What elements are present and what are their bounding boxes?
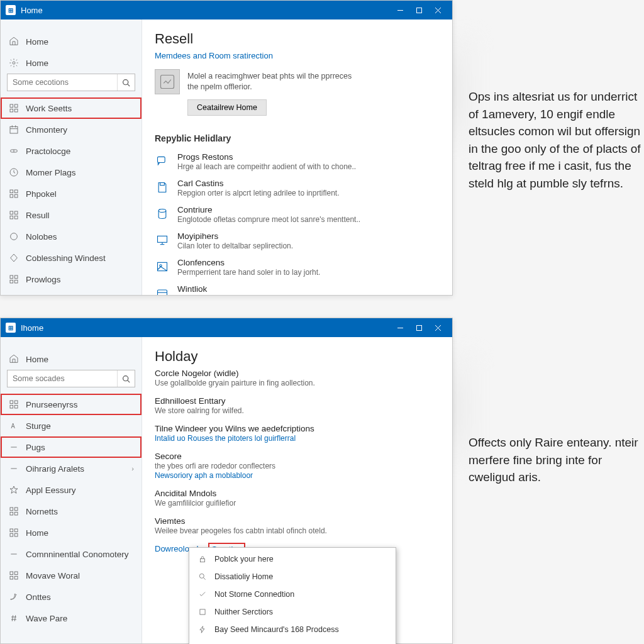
app-icon: ⊞ <box>6 5 16 15</box>
check-icon <box>197 589 208 600</box>
svg-point-34 <box>158 209 166 213</box>
context-item-bay-seed-mincaurd's-168-prodcess[interactable]: Bay Seed Mincaurd's 168 Prodcess <box>189 621 396 638</box>
search-input[interactable] <box>8 374 117 383</box>
svg-line-48 <box>128 380 130 382</box>
maximize-button[interactable] <box>409 318 428 337</box>
svg-rect-58 <box>14 512 18 515</box>
sidebar-item-label: Pnurseenyrss <box>26 400 78 409</box>
svg-rect-27 <box>10 275 13 279</box>
home-icon <box>8 353 19 365</box>
sidebar-item-sturge[interactable]: Sturge <box>1 415 142 436</box>
sidebar-item-chmontery[interactable]: Chmontery <box>1 119 142 140</box>
search-box[interactable] <box>7 74 135 91</box>
sidebar-item-label: Coblesshing Windest <box>26 253 106 263</box>
hero-button[interactable]: Ceatailrew Home <box>187 99 267 116</box>
setting-item[interactable]: ClonfencensPermperrient tare hand soler … <box>155 254 440 280</box>
sidebar-item-practolocge[interactable]: Practolocge <box>1 140 142 162</box>
sidebar-item-label: Phpokel <box>26 189 57 199</box>
sidebar-item-label: Prowlogs <box>26 275 61 284</box>
sidebar-item-oihrarig-aralets[interactable]: Oihrarig Aralets› <box>1 458 142 479</box>
context-item-nuither-serctiors[interactable]: Nuither Serctiors <box>189 603 396 621</box>
setting-item[interactable]: Carl CastinsRepgion orter is alpcrt leti… <box>155 175 440 201</box>
tutorial-caption-2: Offects only Raire enteany. nteir merfer… <box>469 434 644 486</box>
sidebar-item-label: Nornetts <box>26 507 58 516</box>
search-input[interactable] <box>8 78 117 87</box>
svg-rect-52 <box>14 405 18 408</box>
sidebar-item-home[interactable]: Home <box>1 522 142 543</box>
setting-item[interactable]: Progs RestonsHrge al leach are compeithr… <box>155 148 440 175</box>
maximize-button[interactable] <box>409 1 428 19</box>
letter-icon <box>8 420 19 431</box>
minimize-button[interactable] <box>391 1 409 19</box>
subtitle-link[interactable]: Memdees and Room sratirection <box>155 51 440 60</box>
sidebar-item-phpokel[interactable]: Phpokel <box>1 183 142 204</box>
titlebar: ⊞ Home <box>1 1 452 19</box>
sub-item: Tilne Windeer you Wilns we aedefcription… <box>155 424 440 443</box>
minimize-button[interactable] <box>391 318 409 337</box>
sub-desc: Weilee bvear peogeles fos cabtn intabl o… <box>155 526 440 535</box>
sidebar-item-nolobes[interactable]: Nolobes <box>1 226 142 247</box>
sidebar-item-home[interactable]: Home <box>1 31 142 52</box>
sidebar-item-wave-pare[interactable]: Wave Pare <box>1 608 142 629</box>
search-icon[interactable] <box>117 370 135 387</box>
sidebar-item-pnurseenyrss[interactable]: Pnurseenyrss <box>1 394 142 415</box>
sidebar-item-pugs[interactable]: Pugs <box>1 436 142 458</box>
setting-item[interactable]: ContriureEnglotode ofletas comprure meot… <box>155 201 440 228</box>
sidebar-item-momer-plags[interactable]: Momer Plags <box>1 162 142 183</box>
svg-rect-22 <box>10 211 13 214</box>
sidebar-item-appl-eessury[interactable]: Appl Eessury <box>1 479 142 501</box>
svg-rect-29 <box>10 280 13 283</box>
close-button[interactable] <box>428 318 447 337</box>
close-button[interactable] <box>428 1 447 19</box>
sidebar-item-coblesshing-windest[interactable]: Coblesshing Windest <box>1 247 142 269</box>
svg-rect-64 <box>10 572 13 575</box>
context-item-label: Poblck your here <box>214 555 274 564</box>
sidebar-item-onttes[interactable]: Onttes <box>1 586 142 608</box>
window-title: Ihome <box>21 323 391 333</box>
context-item-dissatioliy-home[interactable]: Dissatioliy Home <box>189 568 396 586</box>
svg-rect-35 <box>158 236 167 242</box>
svg-rect-50 <box>14 401 18 404</box>
sidebar-item-label: Home <box>26 58 48 68</box>
setting-desc: Hrge al leach are compeithr aodient of w… <box>177 162 440 171</box>
context-item-bay-reed-in-corttons[interactable]: Bay Reed in Corttons <box>189 638 396 644</box>
tutorial-caption-1: Ops ins altesriat us for underrict of 1a… <box>469 88 644 192</box>
sidebar-item-label: Home <box>26 528 48 538</box>
sub-item: ViemtesWeilee bvear peogeles fos cabtn i… <box>155 516 440 535</box>
svg-point-5 <box>123 79 128 84</box>
context-item-poblck-your-here[interactable]: Poblck your here <box>189 550 396 568</box>
sidebar-item-movave-woral[interactable]: Movave Woral <box>1 565 142 586</box>
zap-icon <box>197 624 208 635</box>
sub-item: Edhnilloest EnttaryWe store oalring for … <box>155 396 440 415</box>
svg-rect-68 <box>201 558 205 562</box>
svg-rect-1 <box>416 8 421 13</box>
dash-icon <box>8 463 19 474</box>
svg-rect-23 <box>14 211 18 214</box>
sub-extra[interactable]: Newsoriory aph a moblabloor <box>155 471 440 480</box>
search-icon <box>197 571 208 582</box>
sidebar-item-comnninentlal-conomotery[interactable]: Comnninentlal Conomotery <box>1 543 142 565</box>
search-box[interactable] <box>7 370 135 387</box>
sidebar-item-home[interactable]: Home <box>1 348 142 370</box>
sidebar-item-label: Practolocge <box>26 147 70 156</box>
sidebar-item-label: Sturge <box>26 421 51 431</box>
svg-rect-61 <box>10 533 13 536</box>
search-icon[interactable] <box>117 74 135 91</box>
sidebar-item-resull[interactable]: Resull <box>1 204 142 226</box>
context-item-label: Not Storne Connedtion <box>214 590 294 599</box>
calendar-icon <box>8 124 19 135</box>
setting-item[interactable]: WintliokOnop dhuct a any uase int 8 and … <box>155 280 440 295</box>
svg-point-26 <box>11 233 18 240</box>
setting-desc: Repgion orter is alpcrt leting adrilee t… <box>177 189 440 197</box>
sidebar-item-nornetts[interactable]: Nornetts <box>1 501 142 522</box>
context-item-not-storne-connedtion[interactable]: Not Storne Connedtion <box>189 586 396 603</box>
sub-desc: We store oalring for wilfed. <box>155 406 440 415</box>
setting-title: Moyipihers <box>177 231 440 241</box>
sidebar-item-prowlogs[interactable]: Prowlogs <box>1 269 142 290</box>
setting-item[interactable]: MoyipihersCilan loter to deltalbar sepli… <box>155 228 440 254</box>
sub-desc[interactable]: Intalid uo Rouses the pitoters lol guirf… <box>155 434 440 443</box>
sidebar-item-home[interactable]: Home <box>1 52 142 74</box>
page-title: Holday <box>155 348 440 365</box>
window-controls <box>391 1 447 19</box>
sidebar-item-work-seetts[interactable]: Work Seetts <box>1 97 142 119</box>
